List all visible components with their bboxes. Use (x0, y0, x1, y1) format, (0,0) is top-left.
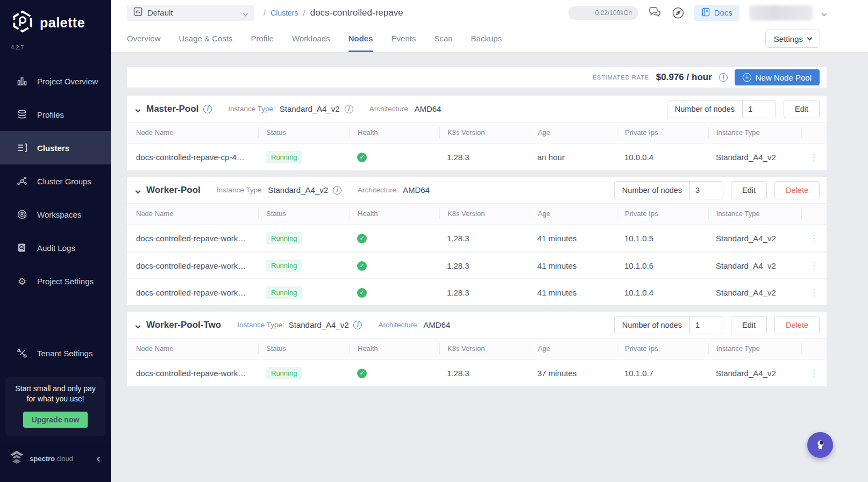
tab-workloads[interactable]: Workloads (292, 25, 330, 52)
book-icon (701, 8, 710, 18)
project-icon (133, 7, 143, 18)
pool-name: Worker-Pool-Two (146, 320, 221, 330)
number-of-nodes-field: Number of nodes (614, 316, 723, 334)
chevron-down-icon[interactable] (822, 8, 826, 18)
node-k8s-version: 1.28.3 (439, 261, 530, 270)
row-menu-icon[interactable]: ⋮ (801, 287, 827, 298)
sidebar-item-tenant-settings[interactable]: Tenant Settings (0, 336, 111, 370)
info-icon[interactable]: i (333, 186, 341, 195)
number-of-nodes-input[interactable] (742, 100, 775, 118)
number-of-nodes-input[interactable] (689, 181, 723, 199)
instance-type-value: Standard_A4_v2 (280, 104, 340, 113)
project-selector[interactable]: Default (127, 5, 254, 21)
table-row: docs-controlled-repave-work… Running ✓ 1… (127, 251, 827, 278)
col-actions (801, 343, 827, 354)
delete-pool-button[interactable]: Delete (774, 316, 820, 334)
tab-events[interactable]: Events (392, 25, 416, 52)
sidebar-item-cluster-groups[interactable]: Cluster Groups (0, 164, 111, 198)
cluster-settings-button[interactable]: Settings (765, 30, 820, 48)
node-status: Running (258, 286, 350, 299)
pool-section-worker-pool: Worker-Pool Instance Type: Standard_A4_v… (127, 177, 827, 305)
node-private-ip: 10.1.0.5 (617, 234, 708, 243)
edit-pool-button[interactable]: Edit (731, 316, 767, 334)
row-menu-icon[interactable]: ⋮ (801, 152, 827, 162)
sidebar-item-audit-logs[interactable]: Audit Logs (0, 231, 111, 264)
row-menu-icon[interactable]: ⋮ (801, 260, 827, 271)
sidebar-item-label: Workspaces (37, 210, 81, 219)
table-row: docs-controlled-repave-cp-4… Running ✓ 1… (127, 143, 827, 170)
tab-backups[interactable]: Backups (471, 25, 502, 52)
sidebar-footer: spectrocloud (0, 442, 111, 482)
node-age: 41 minutes (530, 288, 617, 297)
layers-icon (16, 109, 28, 120)
tab-scan[interactable]: Scan (434, 25, 452, 52)
row-menu-icon[interactable]: ⋮ (801, 233, 827, 243)
workspace-icon (16, 209, 28, 220)
node-age: 41 minutes (530, 234, 617, 243)
pool-controls: Number of nodes Edit Delete (614, 316, 820, 334)
node-instance-type: Standard_A4_v2 (708, 369, 801, 378)
breadcrumb-separator: / (264, 8, 266, 17)
collapse-pool-icon[interactable] (136, 320, 140, 330)
col-instance-type: Instance Type (708, 343, 801, 354)
compass-icon[interactable] (672, 6, 685, 19)
pool-header: Master-Pool i Instance Type: Standard_A4… (127, 96, 827, 122)
health-check-icon: ✓ (357, 261, 367, 271)
col-age: Age (530, 127, 617, 138)
node-name: docs-controlled-repave-work… (127, 234, 258, 243)
node-instance-type: Standard_A4_v2 (708, 234, 801, 243)
sidebar-item-clusters[interactable]: Clusters (0, 131, 111, 164)
row-menu-icon[interactable]: ⋮ (801, 368, 827, 378)
node-health: ✓ (350, 287, 439, 298)
node-k8s-version: 1.28.3 (439, 288, 530, 297)
new-node-pool-button[interactable]: + New Node Pool (735, 69, 820, 85)
node-private-ip: 10.0.0.4 (617, 153, 708, 162)
number-of-nodes-label: Number of nodes (615, 186, 689, 195)
sidebar-item-workspaces[interactable]: Workspaces (0, 198, 111, 231)
collapse-sidebar-button[interactable] (97, 454, 101, 463)
info-icon[interactable]: i (203, 105, 212, 113)
col-status: Status (258, 127, 350, 138)
user-menu[interactable] (749, 5, 813, 20)
breadcrumb-clusters-link[interactable]: Clusters (271, 9, 298, 17)
node-k8s-version: 1.28.3 (439, 234, 530, 243)
tab-nodes[interactable]: Nodes (348, 25, 373, 52)
edit-pool-button[interactable]: Edit (784, 100, 820, 118)
number-of-nodes-label: Number of nodes (667, 105, 742, 113)
collapse-pool-icon[interactable] (136, 104, 140, 114)
table-row: docs-controlled-repave-work… Running ✓ 1… (127, 359, 827, 386)
col-private-ips: Private Ips (617, 208, 708, 219)
info-icon[interactable]: i (345, 105, 353, 113)
delete-pool-button[interactable]: Delete (774, 181, 820, 199)
node-status: Running (258, 260, 350, 272)
chat-icon[interactable] (648, 7, 662, 19)
architecture-label: Architecture: (378, 321, 419, 329)
pool-controls: Number of nodes Edit (667, 100, 820, 118)
pool-section-worker-pool-two: Worker-Pool-Two Instance Type: Standard_… (127, 312, 827, 386)
docs-button[interactable]: Docs (694, 5, 739, 21)
col-instance-type: Instance Type (708, 127, 801, 138)
node-k8s-version: 1.28.3 (439, 153, 530, 162)
tools-icon (16, 348, 28, 358)
upgrade-now-button[interactable]: Upgrade now (23, 412, 88, 428)
tab-usage-costs[interactable]: Usage & Costs (179, 25, 233, 52)
node-age: an hour (530, 153, 617, 162)
number-of-nodes-label: Number of nodes (615, 321, 689, 329)
info-icon[interactable]: i (719, 73, 728, 82)
help-widget-button[interactable] (807, 432, 833, 458)
breadcrumb-separator: / (303, 8, 305, 17)
collapse-pool-icon[interactable] (136, 185, 140, 195)
tab-overview[interactable]: Overview (127, 25, 161, 52)
sidebar-item-project-settings[interactable]: ⚙ Project Settings (0, 264, 111, 298)
sidebar-item-project-overview[interactable]: Project Overview (0, 64, 111, 98)
health-check-icon: ✓ (357, 288, 367, 298)
info-icon[interactable]: i (353, 321, 362, 329)
tab-profile[interactable]: Profile (251, 25, 274, 52)
sidebar-item-profiles[interactable]: Profiles (0, 98, 111, 131)
number-of-nodes-input[interactable] (689, 316, 723, 334)
node-health: ✓ (350, 233, 439, 243)
node-name: docs-controlled-repave-work… (127, 288, 258, 297)
table-header-row: Node Name Status Health K8s Version Age … (127, 338, 827, 359)
edit-pool-button[interactable]: Edit (731, 181, 767, 199)
col-private-ips: Private Ips (617, 127, 708, 138)
